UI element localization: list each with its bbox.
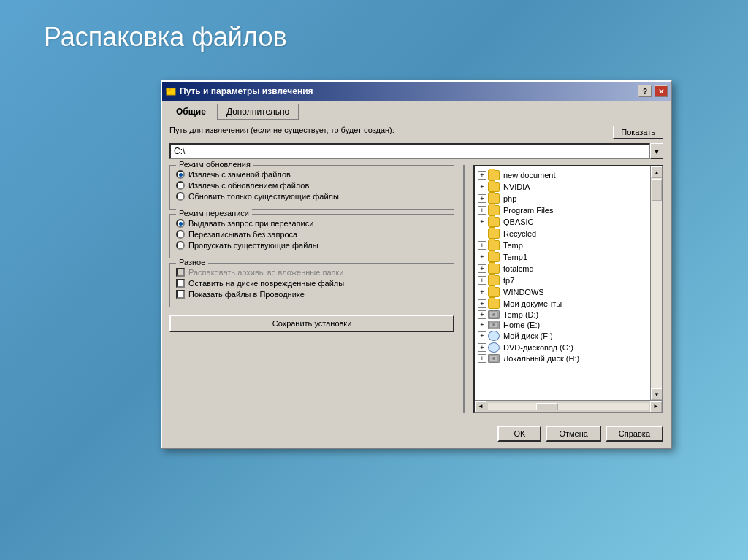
tree-item-label-6: Temp [503, 241, 523, 250]
radio-1[interactable] [176, 181, 185, 190]
scroll-up-button[interactable]: ▲ [651, 166, 662, 178]
tree-content: +new document+NVIDIA+php+Program Files+Q… [475, 166, 650, 367]
tree-item-10[interactable]: +WINDOWS [476, 286, 649, 298]
path-dropdown-button[interactable]: ▼ [650, 143, 663, 159]
main-area: Режим обновления Извлечь с заменой файло… [169, 165, 663, 413]
cancel-button[interactable]: Отмена [546, 426, 600, 442]
ok-button[interactable]: OK [497, 426, 541, 442]
hscroll-thumb[interactable] [536, 403, 558, 410]
tab-advanced[interactable]: Дополнительно [217, 104, 299, 120]
folder-icon-0 [488, 170, 500, 180]
close-button[interactable]: ✕ [654, 85, 668, 97]
tree-item-16[interactable]: +Локальный диск (H:) [476, 353, 649, 364]
horizontal-scrollbar: ◄ ► [475, 400, 662, 412]
misc-option-0[interactable]: Распаковать архивы во вложенные папки [176, 268, 448, 277]
tree-expand-8[interactable]: + [478, 264, 486, 273]
tree-item-0[interactable]: +new document [476, 169, 649, 181]
tree-item-label-11: Мои документы [503, 299, 562, 308]
radio-2[interactable] [176, 192, 185, 201]
tree-expand-3[interactable]: + [478, 206, 486, 215]
update-option-2[interactable]: Обновить только существующие файлы [176, 192, 448, 201]
tree-expand-10[interactable]: + [478, 288, 486, 296]
tree-item-label-9: tp7 [503, 276, 514, 285]
tree-item-5[interactable]: Recycled [476, 228, 649, 239]
tree-container: +new document+NVIDIA+php+Program Files+Q… [475, 166, 662, 400]
dialog-footer: OK Отмена Справка [162, 421, 671, 448]
cdrom-icon-15 [488, 342, 500, 353]
save-settings-button[interactable]: Сохранить установки [169, 315, 454, 332]
folder-icon-1 [488, 182, 500, 192]
tree-expand-4[interactable]: + [478, 218, 486, 226]
tree-expand-14[interactable]: + [478, 331, 486, 340]
tree-item-1[interactable]: +NVIDIA [476, 181, 649, 193]
help-footer-button[interactable]: Справка [606, 426, 663, 442]
overwrite-radio-2[interactable] [176, 241, 185, 250]
tree-item-4[interactable]: +QBASIC [476, 216, 649, 228]
overwrite-option-2[interactable]: Пропускать существующие файлы [176, 241, 448, 250]
scroll-thumb[interactable] [652, 179, 662, 201]
cdrom-icon-14 [488, 331, 500, 341]
path-input[interactable] [169, 143, 650, 159]
tree-item-14[interactable]: +Мой диск (F:) [476, 330, 649, 342]
tree-item-3[interactable]: +Program Files [476, 204, 649, 216]
tree-item-label-16: Локальный диск (H:) [503, 354, 579, 363]
tree-expand-2[interactable]: + [478, 194, 486, 203]
tree-item-label-5: Recycled [503, 229, 536, 238]
tab-general[interactable]: Общие [167, 104, 215, 120]
dialog-icon [165, 85, 177, 97]
tree-expand-13[interactable]: + [478, 321, 486, 329]
tree-item-label-4: QBASIC [503, 218, 534, 226]
scroll-down-button[interactable]: ▼ [651, 388, 662, 400]
separator [463, 165, 465, 413]
tree-item-13[interactable]: +Home (E:) [476, 320, 649, 330]
tree-item-8[interactable]: +totalcmd [476, 263, 649, 275]
misc-group: Разное Распаковать архивы во вложенные п… [169, 263, 454, 307]
overwrite-radio-0[interactable] [176, 219, 185, 228]
help-button[interactable]: ? [638, 85, 652, 97]
tree-item-11[interactable]: +Мои документы [476, 298, 649, 310]
tree-expand-0[interactable]: + [478, 171, 486, 180]
overwrite-option-0[interactable]: Выдавать запрос при перезаписи [176, 219, 448, 228]
path-input-row: ▼ [169, 143, 663, 159]
tree-item-2[interactable]: +php [476, 193, 649, 204]
misc-option-2[interactable]: Показать файлы в Проводнике [176, 290, 448, 299]
overwrite-radio-1[interactable] [176, 230, 185, 239]
update-option-0[interactable]: Извлечь с заменой файлов [176, 170, 448, 179]
hscroll-right-button[interactable]: ► [650, 401, 662, 413]
tree-expand-9[interactable]: + [478, 276, 486, 285]
tree-expand-6[interactable]: + [478, 241, 486, 250]
dialog-body: Путь для извлечения (если не существует,… [162, 120, 671, 421]
folder-icon-9 [488, 275, 500, 285]
drive-icon-13 [488, 321, 500, 329]
drive-icon-12 [488, 310, 500, 319]
misc-title: Разное [176, 258, 208, 266]
tree-expand-7[interactable]: + [478, 253, 486, 261]
update-option-label-0: Извлечь с заменой файлов [188, 170, 291, 179]
misc-checkbox-1[interactable] [176, 279, 185, 288]
misc-checkbox-0[interactable] [176, 268, 185, 277]
tree-scrollbar: ▲ ▼ [650, 166, 662, 400]
show-button[interactable]: Показать [613, 126, 663, 139]
update-option-label-2: Обновить только существующие файлы [188, 192, 339, 201]
tree-expand-15[interactable]: + [478, 343, 486, 352]
tree-item-12[interactable]: +Temp (D:) [476, 310, 649, 320]
tree-item-label-1: NVIDIA [503, 183, 530, 191]
tree-expand-1[interactable]: + [478, 183, 486, 191]
svg-rect-1 [167, 88, 170, 91]
tree-expand-11[interactable]: + [478, 299, 486, 308]
hscroll-left-button[interactable]: ◄ [475, 401, 486, 413]
tree-item-9[interactable]: +tp7 [476, 275, 649, 286]
misc-option-1[interactable]: Оставить на диске поврежденные файлы [176, 279, 448, 288]
tree-item-15[interactable]: +DVD-дисковод (G:) [476, 342, 649, 353]
tree-item-6[interactable]: +Temp [476, 239, 649, 251]
tab-bar: Общие Дополнительно [162, 101, 671, 120]
overwrite-option-1[interactable]: Перезаписывать без запроса [176, 230, 448, 239]
svg-point-3 [492, 313, 495, 316]
misc-checkbox-2[interactable] [176, 290, 185, 299]
update-option-1[interactable]: Извлечь с обновлением файлов [176, 181, 448, 190]
tree-expand-12[interactable]: + [478, 310, 486, 319]
radio-0[interactable] [176, 170, 185, 179]
overwrite-option-label-2: Пропускать существующие файлы [188, 241, 318, 250]
tree-item-7[interactable]: +Temp1 [476, 251, 649, 263]
tree-expand-16[interactable]: + [478, 354, 486, 363]
